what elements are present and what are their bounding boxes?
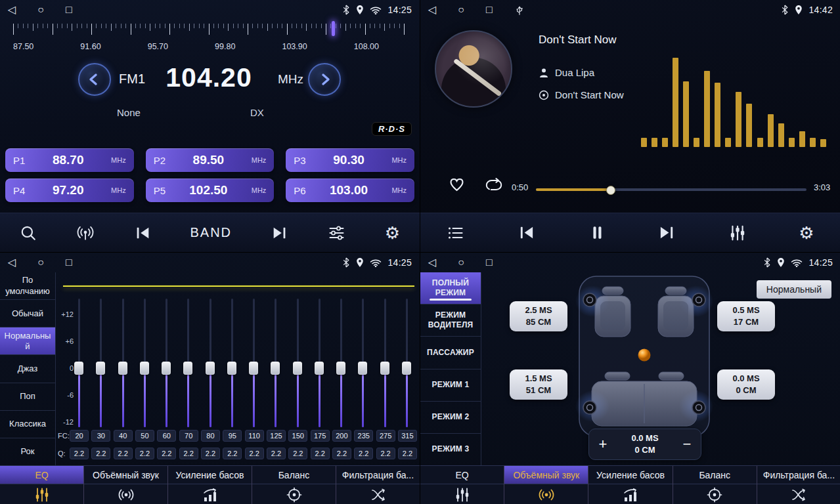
eq-band-slider[interactable] [292, 299, 303, 427]
delay-front-right[interactable]: 0.5 MS 17 CM [717, 301, 775, 331]
eq-preset-item-selected[interactable]: Нормальный [0, 327, 55, 355]
eq-band-slider[interactable] [139, 299, 150, 427]
eq-band-slider[interactable] [248, 299, 259, 427]
eq-band-slider[interactable] [118, 299, 128, 427]
favorite-button[interactable] [448, 177, 466, 195]
previous-track-button[interactable] [518, 224, 535, 242]
eq-band-slider[interactable] [74, 299, 84, 427]
eq-band-slider[interactable] [380, 299, 390, 427]
preset-frequency: 103.00 [306, 183, 392, 198]
skip-previous-icon [518, 224, 535, 242]
tab-eq[interactable]: EQ [0, 466, 83, 504]
back-icon[interactable]: ◁ [8, 0, 16, 20]
ruler-tick [140, 24, 141, 28]
eq-preset-item[interactable]: Рок [0, 438, 55, 466]
surround-mode-item[interactable]: РЕЖИМ 2 [420, 402, 481, 434]
tab-filter[interactable]: Фильтрация ба... [757, 466, 840, 504]
surround-mode-item-selected[interactable]: ПОЛНЫЙ РЕЖИМ [420, 272, 481, 304]
tab-bass-boost[interactable]: Усиление басов [588, 466, 672, 504]
progress-knob[interactable] [606, 186, 615, 195]
db-label: +12 [56, 310, 74, 318]
preset-p1-button[interactable]: P1 88.70 MHz [5, 148, 134, 172]
equalizer-button[interactable] [729, 224, 746, 242]
home-icon[interactable]: ○ [37, 0, 44, 20]
eq-preset-item[interactable]: Джаз [0, 355, 55, 383]
eq-band-slider[interactable] [183, 299, 193, 427]
eq-band-slider[interactable] [314, 299, 324, 427]
tab-bass-boost[interactable]: Усиление басов [167, 466, 252, 504]
back-icon[interactable]: ◁ [8, 253, 16, 272]
previous-station-button[interactable] [134, 224, 151, 242]
progress-bar[interactable] [536, 185, 807, 194]
surround-mode-item[interactable]: РЕЖИМ 3 [420, 434, 481, 466]
surround-mode-item[interactable]: РЕЖИМ ВОДИТЕЛЯ [420, 304, 481, 337]
surround-mode-item[interactable]: ПАССАЖИР [420, 337, 481, 369]
home-icon[interactable]: ○ [458, 253, 464, 272]
tune-up-button[interactable] [308, 63, 341, 96]
surround-sound-screen: ◁ ○ □ 14:25 ПОЛНЫЙ РЕЖИМ РЕЖИМ ВОДИТЕЛЯ … [420, 252, 840, 504]
spectrum-bar [789, 138, 795, 147]
delay-rear-left[interactable]: 1.5 MS 51 CM [510, 369, 567, 400]
eq-preset-item[interactable]: Классика [0, 411, 55, 438]
eq-band-slider[interactable] [357, 299, 368, 427]
eq-band-slider[interactable] [227, 299, 237, 427]
delay-increase-button[interactable]: + [589, 436, 617, 452]
preset-p6-button[interactable]: P6 103.00 MHz [286, 178, 414, 202]
audio-settings-button[interactable] [328, 225, 345, 241]
bass-boost-icon [202, 487, 218, 503]
preset-p2-button[interactable]: P2 89.50 MHz [146, 148, 275, 172]
surround-mode-item[interactable]: РЕЖИМ 1 [420, 369, 481, 402]
delay-rear-right[interactable]: 0.0 MS 0 CM [717, 369, 775, 400]
tab-surround-sound[interactable]: Объёмный звук [504, 466, 588, 504]
playlist-button[interactable] [447, 225, 464, 241]
recents-icon[interactable]: □ [66, 253, 72, 272]
band-button[interactable]: BAND [190, 225, 232, 240]
eq-band-slider[interactable] [336, 299, 346, 427]
preset-unit: MHz [391, 186, 407, 194]
tab-filter[interactable]: Фильтрация ба... [336, 466, 420, 504]
sound-profile-button[interactable]: Нормальный [757, 280, 831, 299]
eq-band-slider[interactable] [401, 299, 412, 427]
back-icon[interactable]: ◁ [428, 0, 436, 20]
tune-down-button[interactable] [78, 63, 111, 96]
eq-band-slider[interactable] [95, 299, 106, 427]
eq-preset-item[interactable]: Поп [0, 383, 55, 411]
ruler-tick [370, 24, 370, 28]
recents-icon[interactable]: □ [486, 253, 493, 272]
recents-icon[interactable]: □ [486, 0, 493, 20]
delay-front-left[interactable]: 2.5 MS 85 CM [510, 301, 567, 331]
preset-p4-button[interactable]: P4 97.20 MHz [5, 178, 134, 202]
eq-band-slider[interactable] [270, 299, 280, 427]
home-icon[interactable]: ○ [37, 253, 44, 272]
repeat-button[interactable] [485, 177, 503, 195]
location-icon [777, 257, 785, 268]
settings-button[interactable]: ⚙ [385, 224, 400, 242]
delay-decrease-button[interactable]: − [673, 436, 701, 452]
eq-band-slider[interactable] [161, 299, 171, 427]
settings-button[interactable]: ⚙ [799, 224, 814, 242]
eq-preset-item[interactable]: Обычай [0, 300, 55, 327]
recents-icon[interactable]: □ [66, 0, 72, 20]
tab-balance[interactable]: Баланс [252, 466, 336, 504]
progress-fill [536, 188, 610, 191]
next-station-button[interactable] [271, 224, 288, 242]
ruler-tick [374, 24, 375, 28]
tab-surround-sound[interactable]: Объёмный звук [83, 466, 167, 504]
preset-unit: MHz [111, 186, 126, 194]
ruler-tick [91, 24, 92, 35]
back-icon[interactable]: ◁ [428, 253, 436, 272]
eq-band-slider[interactable] [205, 299, 215, 427]
preset-p5-button[interactable]: P5 102.50 MHz [146, 178, 275, 202]
broadcast-button[interactable] [76, 224, 95, 242]
eq-preset-item[interactable]: По умолчанию [0, 272, 55, 300]
eq-q-value: 2.2 [332, 448, 351, 459]
pause-button[interactable] [588, 224, 606, 242]
next-track-button[interactable] [658, 224, 676, 242]
scan-button[interactable] [20, 224, 37, 242]
delay-cm: 85 CM [510, 316, 567, 328]
frequency-ruler[interactable] [13, 24, 405, 39]
tab-eq[interactable]: EQ [420, 466, 504, 504]
preset-p3-button[interactable]: P3 90.30 MHz [286, 148, 414, 172]
tab-balance[interactable]: Баланс [673, 466, 757, 504]
home-icon[interactable]: ○ [458, 0, 464, 20]
